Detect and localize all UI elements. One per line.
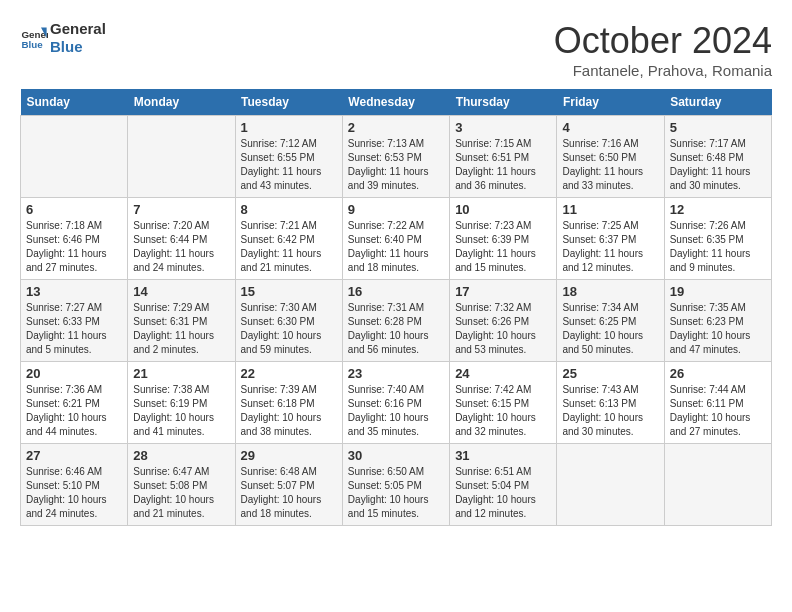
logo: General Blue General Blue	[20, 20, 106, 56]
day-detail: Sunrise: 7:32 AMSunset: 6:26 PMDaylight:…	[455, 301, 551, 357]
day-detail: Sunrise: 7:17 AMSunset: 6:48 PMDaylight:…	[670, 137, 766, 193]
calendar-cell: 22 Sunrise: 7:39 AMSunset: 6:18 PMDaylig…	[235, 362, 342, 444]
day-number: 26	[670, 366, 766, 381]
day-number: 1	[241, 120, 337, 135]
calendar-cell	[664, 444, 771, 526]
day-number: 2	[348, 120, 444, 135]
calendar-cell: 26 Sunrise: 7:44 AMSunset: 6:11 PMDaylig…	[664, 362, 771, 444]
calendar-cell: 5 Sunrise: 7:17 AMSunset: 6:48 PMDayligh…	[664, 116, 771, 198]
weekday-header-sunday: Sunday	[21, 89, 128, 116]
day-number: 20	[26, 366, 122, 381]
day-number: 12	[670, 202, 766, 217]
day-number: 31	[455, 448, 551, 463]
day-detail: Sunrise: 6:46 AMSunset: 5:10 PMDaylight:…	[26, 465, 122, 521]
day-detail: Sunrise: 7:42 AMSunset: 6:15 PMDaylight:…	[455, 383, 551, 439]
day-detail: Sunrise: 7:31 AMSunset: 6:28 PMDaylight:…	[348, 301, 444, 357]
day-detail: Sunrise: 7:39 AMSunset: 6:18 PMDaylight:…	[241, 383, 337, 439]
day-detail: Sunrise: 7:22 AMSunset: 6:40 PMDaylight:…	[348, 219, 444, 275]
day-detail: Sunrise: 7:29 AMSunset: 6:31 PMDaylight:…	[133, 301, 229, 357]
calendar-cell: 4 Sunrise: 7:16 AMSunset: 6:50 PMDayligh…	[557, 116, 664, 198]
day-detail: Sunrise: 7:35 AMSunset: 6:23 PMDaylight:…	[670, 301, 766, 357]
calendar-cell: 27 Sunrise: 6:46 AMSunset: 5:10 PMDaylig…	[21, 444, 128, 526]
weekday-header-tuesday: Tuesday	[235, 89, 342, 116]
calendar-cell: 10 Sunrise: 7:23 AMSunset: 6:39 PMDaylig…	[450, 198, 557, 280]
calendar-cell	[21, 116, 128, 198]
weekday-header-row: SundayMondayTuesdayWednesdayThursdayFrid…	[21, 89, 772, 116]
day-number: 8	[241, 202, 337, 217]
day-number: 3	[455, 120, 551, 135]
day-number: 28	[133, 448, 229, 463]
day-detail: Sunrise: 7:23 AMSunset: 6:39 PMDaylight:…	[455, 219, 551, 275]
logo-icon: General Blue	[20, 24, 48, 52]
logo-text-general: General	[50, 20, 106, 38]
day-number: 5	[670, 120, 766, 135]
calendar-cell: 12 Sunrise: 7:26 AMSunset: 6:35 PMDaylig…	[664, 198, 771, 280]
calendar-cell: 18 Sunrise: 7:34 AMSunset: 6:25 PMDaylig…	[557, 280, 664, 362]
calendar-cell: 13 Sunrise: 7:27 AMSunset: 6:33 PMDaylig…	[21, 280, 128, 362]
calendar-cell: 20 Sunrise: 7:36 AMSunset: 6:21 PMDaylig…	[21, 362, 128, 444]
day-detail: Sunrise: 6:47 AMSunset: 5:08 PMDaylight:…	[133, 465, 229, 521]
day-number: 24	[455, 366, 551, 381]
calendar-cell: 24 Sunrise: 7:42 AMSunset: 6:15 PMDaylig…	[450, 362, 557, 444]
calendar-cell: 29 Sunrise: 6:48 AMSunset: 5:07 PMDaylig…	[235, 444, 342, 526]
calendar-table: SundayMondayTuesdayWednesdayThursdayFrid…	[20, 89, 772, 526]
day-number: 21	[133, 366, 229, 381]
day-detail: Sunrise: 7:15 AMSunset: 6:51 PMDaylight:…	[455, 137, 551, 193]
day-detail: Sunrise: 7:44 AMSunset: 6:11 PMDaylight:…	[670, 383, 766, 439]
calendar-cell: 6 Sunrise: 7:18 AMSunset: 6:46 PMDayligh…	[21, 198, 128, 280]
calendar-cell: 7 Sunrise: 7:20 AMSunset: 6:44 PMDayligh…	[128, 198, 235, 280]
day-number: 25	[562, 366, 658, 381]
calendar-week-row: 6 Sunrise: 7:18 AMSunset: 6:46 PMDayligh…	[21, 198, 772, 280]
day-detail: Sunrise: 7:43 AMSunset: 6:13 PMDaylight:…	[562, 383, 658, 439]
logo-text-blue: Blue	[50, 38, 106, 56]
day-detail: Sunrise: 7:21 AMSunset: 6:42 PMDaylight:…	[241, 219, 337, 275]
calendar-cell: 3 Sunrise: 7:15 AMSunset: 6:51 PMDayligh…	[450, 116, 557, 198]
month-title: October 2024	[554, 20, 772, 62]
day-number: 11	[562, 202, 658, 217]
day-detail: Sunrise: 7:13 AMSunset: 6:53 PMDaylight:…	[348, 137, 444, 193]
day-number: 29	[241, 448, 337, 463]
day-number: 9	[348, 202, 444, 217]
day-number: 15	[241, 284, 337, 299]
calendar-week-row: 20 Sunrise: 7:36 AMSunset: 6:21 PMDaylig…	[21, 362, 772, 444]
calendar-cell: 23 Sunrise: 7:40 AMSunset: 6:16 PMDaylig…	[342, 362, 449, 444]
day-number: 19	[670, 284, 766, 299]
day-detail: Sunrise: 7:18 AMSunset: 6:46 PMDaylight:…	[26, 219, 122, 275]
page-header: General Blue General Blue October 2024 F…	[20, 20, 772, 79]
calendar-cell: 8 Sunrise: 7:21 AMSunset: 6:42 PMDayligh…	[235, 198, 342, 280]
day-number: 7	[133, 202, 229, 217]
calendar-cell: 11 Sunrise: 7:25 AMSunset: 6:37 PMDaylig…	[557, 198, 664, 280]
day-detail: Sunrise: 7:16 AMSunset: 6:50 PMDaylight:…	[562, 137, 658, 193]
day-detail: Sunrise: 7:30 AMSunset: 6:30 PMDaylight:…	[241, 301, 337, 357]
calendar-cell: 25 Sunrise: 7:43 AMSunset: 6:13 PMDaylig…	[557, 362, 664, 444]
day-detail: Sunrise: 7:12 AMSunset: 6:55 PMDaylight:…	[241, 137, 337, 193]
calendar-cell: 14 Sunrise: 7:29 AMSunset: 6:31 PMDaylig…	[128, 280, 235, 362]
day-detail: Sunrise: 6:48 AMSunset: 5:07 PMDaylight:…	[241, 465, 337, 521]
calendar-cell: 19 Sunrise: 7:35 AMSunset: 6:23 PMDaylig…	[664, 280, 771, 362]
day-number: 10	[455, 202, 551, 217]
day-number: 6	[26, 202, 122, 217]
calendar-cell: 2 Sunrise: 7:13 AMSunset: 6:53 PMDayligh…	[342, 116, 449, 198]
svg-text:Blue: Blue	[21, 39, 43, 50]
day-number: 13	[26, 284, 122, 299]
calendar-cell: 30 Sunrise: 6:50 AMSunset: 5:05 PMDaylig…	[342, 444, 449, 526]
calendar-cell: 31 Sunrise: 6:51 AMSunset: 5:04 PMDaylig…	[450, 444, 557, 526]
day-number: 4	[562, 120, 658, 135]
day-number: 18	[562, 284, 658, 299]
day-number: 16	[348, 284, 444, 299]
calendar-cell	[128, 116, 235, 198]
day-number: 17	[455, 284, 551, 299]
location-subtitle: Fantanele, Prahova, Romania	[554, 62, 772, 79]
day-detail: Sunrise: 7:20 AMSunset: 6:44 PMDaylight:…	[133, 219, 229, 275]
calendar-week-row: 1 Sunrise: 7:12 AMSunset: 6:55 PMDayligh…	[21, 116, 772, 198]
weekday-header-saturday: Saturday	[664, 89, 771, 116]
weekday-header-wednesday: Wednesday	[342, 89, 449, 116]
day-number: 23	[348, 366, 444, 381]
calendar-cell: 9 Sunrise: 7:22 AMSunset: 6:40 PMDayligh…	[342, 198, 449, 280]
day-detail: Sunrise: 7:36 AMSunset: 6:21 PMDaylight:…	[26, 383, 122, 439]
calendar-week-row: 27 Sunrise: 6:46 AMSunset: 5:10 PMDaylig…	[21, 444, 772, 526]
calendar-week-row: 13 Sunrise: 7:27 AMSunset: 6:33 PMDaylig…	[21, 280, 772, 362]
day-detail: Sunrise: 7:25 AMSunset: 6:37 PMDaylight:…	[562, 219, 658, 275]
day-detail: Sunrise: 7:27 AMSunset: 6:33 PMDaylight:…	[26, 301, 122, 357]
day-number: 27	[26, 448, 122, 463]
